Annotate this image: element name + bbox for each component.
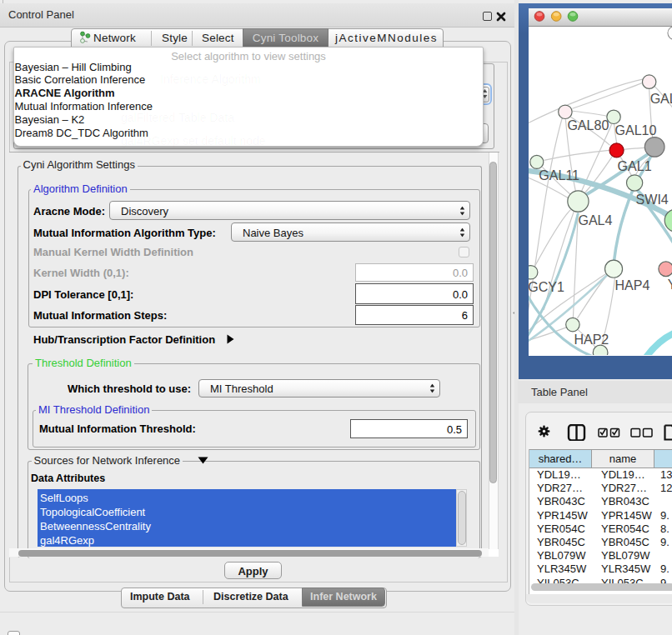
svg-text:GAL80: GAL80 (567, 118, 609, 132)
svg-text:HAP4: HAP4 (615, 278, 650, 292)
svg-text:GCY1: GCY1 (529, 279, 564, 294)
svg-text:GAL1: GAL1 (618, 158, 652, 173)
svg-text:GAL11: GAL11 (539, 168, 579, 182)
svg-text:HAP2: HAP2 (574, 332, 609, 347)
svg-text:YJL: YJL (668, 277, 672, 292)
svg-text:GAL10: GAL10 (615, 122, 657, 138)
svg-text:GAL4: GAL4 (578, 212, 612, 228)
svg-text:SWI4: SWI4 (636, 192, 669, 207)
svg-text:GAL2: GAL2 (650, 91, 672, 106)
